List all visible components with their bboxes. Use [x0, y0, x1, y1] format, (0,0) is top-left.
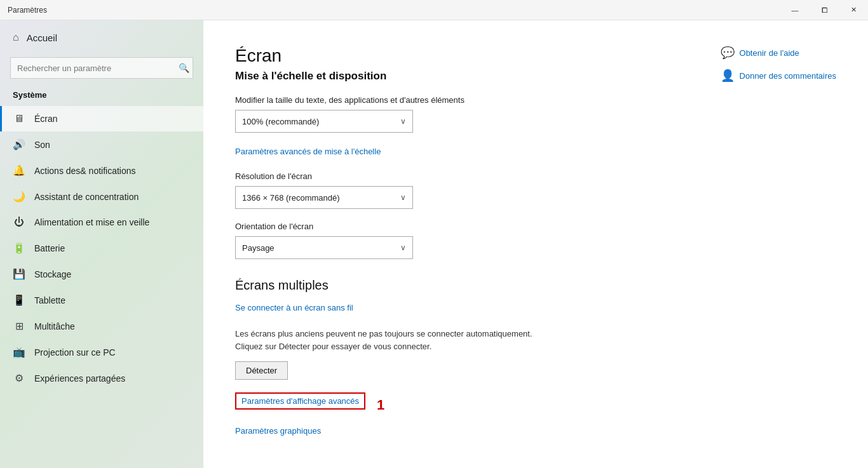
- advanced-scale-link[interactable]: Paramètres avancés de mise à l'échelle: [235, 147, 381, 156]
- multitache-icon: ⊞: [13, 320, 25, 332]
- notifications-icon: 🔔: [13, 164, 25, 177]
- sidebar-item-label-experiences: Expériences partagées: [34, 373, 125, 384]
- home-icon: ⌂: [13, 32, 19, 43]
- content-area: 💬 Obtenir de l'aide 👤 Donner des comment…: [203, 20, 868, 468]
- sidebar-item-label-projection: Projection sur ce PC: [34, 347, 116, 358]
- sidebar-item-multitache[interactable]: ⊞ Multitâche: [0, 313, 203, 339]
- sidebar-item-label-multitache: Multitâche: [34, 321, 75, 331]
- titlebar: Paramètres — ⧠ ✕: [0, 0, 868, 20]
- annotation-number-1: 1: [377, 397, 384, 413]
- sidebar-item-label-batterie: Batterie: [34, 243, 65, 253]
- concentration-icon: 🌙: [13, 191, 25, 203]
- sidebar-item-batterie[interactable]: 🔋 Batterie: [0, 235, 203, 261]
- resolution-dropdown[interactable]: 1366 × 768 (recommandé) ∨: [235, 186, 413, 209]
- advanced-display-wrapper: Paramètres d'affichage avancés 1: [235, 392, 836, 417]
- experiences-icon: ⚙: [13, 372, 25, 384]
- minimize-button[interactable]: —: [780, 0, 810, 20]
- sidebar-item-label-stockage: Stockage: [34, 269, 71, 279]
- sidebar: ⌂ Accueil 🔍 Système 🖥 Écran 🔊 Son: [0, 20, 203, 468]
- sidebar-item-experiences[interactable]: ⚙ Expériences partagées: [0, 365, 203, 391]
- multiple-screens-info: Les écrans plus anciens peuvent ne pas t…: [235, 328, 553, 352]
- search-wrapper: 🔍: [10, 57, 193, 79]
- scale-dropdown-value: 100% (recommandé): [242, 117, 319, 126]
- window: Paramètres — ⧠ ✕ ⌂ Accueil 🔍 Système: [0, 0, 868, 468]
- stockage-icon: 💾: [13, 268, 25, 280]
- scale-section: Mise à l'échelle et disposition Modifier…: [235, 70, 836, 259]
- connect-wireless-link[interactable]: Se connecter à un écran sans fil: [235, 303, 353, 312]
- resolution-dropdown-value: 1366 × 768 (recommandé): [242, 193, 340, 203]
- detect-button[interactable]: Détecter: [235, 361, 288, 380]
- titlebar-controls: — ⧠ ✕: [780, 0, 868, 20]
- help-link[interactable]: 💬 Obtenir de l'aide: [721, 46, 836, 60]
- advanced-display-link[interactable]: Paramètres d'affichage avancés: [235, 392, 365, 410]
- close-button[interactable]: ✕: [839, 0, 868, 20]
- sidebar-item-label-son: Son: [34, 140, 50, 150]
- feedback-icon: 👤: [721, 69, 735, 83]
- sidebar-item-label-notifications: Actions des& notifications: [34, 166, 136, 176]
- search-container: 🔍: [0, 55, 203, 86]
- multiple-screens-section: Écrans multiples Se connecter à un écran…: [235, 278, 836, 451]
- scale-dropdown-chevron: ∨: [400, 117, 406, 126]
- app-body: ⌂ Accueil 🔍 Système 🖥 Écran 🔊 Son: [0, 20, 868, 468]
- scale-dropdown-wrapper: Modifier la taille du texte, des applica…: [235, 95, 836, 133]
- graphics-settings-link[interactable]: Paramètres graphiques: [235, 426, 321, 436]
- search-icon[interactable]: 🔍: [179, 63, 189, 73]
- scale-dropdown[interactable]: 100% (recommandé) ∨: [235, 110, 413, 133]
- orientation-field-label: Orientation de l'écran: [235, 222, 836, 231]
- alimentation-icon: ⏻: [13, 217, 25, 228]
- sidebar-item-notifications[interactable]: 🔔 Actions des& notifications: [0, 157, 203, 184]
- sidebar-section-label: Système: [0, 86, 203, 106]
- sidebar-item-label-tablette: Tablette: [34, 295, 65, 305]
- sidebar-item-label-concentration: Assistant de concentration: [34, 192, 139, 202]
- resolution-dropdown-chevron: ∨: [400, 193, 406, 202]
- sidebar-item-son[interactable]: 🔊 Son: [0, 131, 203, 157]
- help-icon: 💬: [721, 46, 735, 60]
- orientation-dropdown-value: Paysage: [242, 243, 275, 253]
- batterie-icon: 🔋: [13, 242, 25, 254]
- sidebar-item-label-ecran: Écran: [34, 114, 58, 124]
- search-input[interactable]: [10, 57, 193, 79]
- scale-field-label: Modifier la taille du texte, des applica…: [235, 95, 836, 105]
- help-panel: 💬 Obtenir de l'aide 👤 Donner des comment…: [721, 46, 836, 83]
- sidebar-item-projection[interactable]: 📺 Projection sur ce PC: [0, 339, 203, 365]
- sidebar-item-stockage[interactable]: 💾 Stockage: [0, 261, 203, 287]
- help-label: Obtenir de l'aide: [740, 48, 799, 58]
- sidebar-item-concentration[interactable]: 🌙 Assistant de concentration: [0, 184, 203, 210]
- sidebar-item-ecran[interactable]: 🖥 Écran: [0, 106, 203, 131]
- sidebar-item-alimentation[interactable]: ⏻ Alimentation et mise en veille: [0, 210, 203, 235]
- ecrans-multiples-heading: Écrans multiples: [235, 278, 836, 293]
- feedback-label: Donner des commentaires: [740, 71, 836, 81]
- orientation-dropdown[interactable]: Paysage ∨: [235, 236, 413, 259]
- feedback-link[interactable]: 👤 Donner des commentaires: [721, 69, 836, 83]
- sidebar-home[interactable]: ⌂ Accueil: [0, 20, 203, 55]
- orientation-dropdown-chevron: ∨: [400, 243, 406, 252]
- resolution-field-label: Résolution de l'écran: [235, 171, 836, 181]
- tablette-icon: 📱: [13, 294, 25, 306]
- son-icon: 🔊: [13, 138, 25, 150]
- orientation-dropdown-wrapper: Orientation de l'écran Paysage ∨: [235, 222, 836, 259]
- projection-icon: 📺: [13, 346, 25, 358]
- sidebar-home-label: Accueil: [27, 32, 57, 43]
- sidebar-item-label-alimentation: Alimentation et mise en veille: [34, 217, 149, 227]
- maximize-button[interactable]: ⧠: [810, 0, 839, 20]
- sidebar-item-tablette[interactable]: 📱 Tablette: [0, 287, 203, 313]
- window-title: Paramètres: [8, 6, 47, 15]
- resolution-dropdown-wrapper: Résolution de l'écran 1366 × 768 (recomm…: [235, 171, 836, 209]
- ecran-icon: 🖥: [13, 113, 25, 124]
